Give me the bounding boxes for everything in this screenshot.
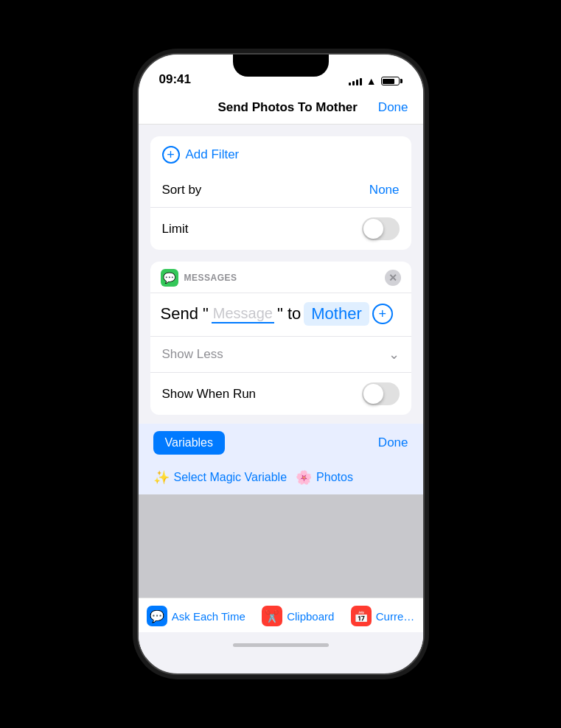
status-icons: ▲ (349, 75, 403, 87)
chevron-down-icon: ⌄ (388, 346, 400, 363)
wifi-icon: ▲ (366, 75, 377, 87)
recipient-token[interactable]: Mother (304, 302, 369, 326)
show-when-run-toggle[interactable] (362, 382, 400, 405)
sort-by-value: None (369, 183, 400, 197)
battery-icon (381, 77, 403, 85)
main-content: + Add Filter Sort by None Limit 💬 MESSAG… (139, 125, 423, 657)
clipboard-item[interactable]: ✂️ Clipboard (262, 606, 334, 626)
send-suffix: " to (277, 304, 301, 323)
nav-title: Send Photos To Mother (198, 100, 378, 115)
ask-each-time-icon: 💬 (147, 606, 167, 626)
show-less-label: Show Less (162, 347, 223, 362)
messages-label: MESSAGES (184, 273, 237, 283)
nav-done-button[interactable]: Done (378, 100, 408, 115)
add-recipient-button[interactable]: + (372, 304, 393, 324)
add-filter-icon: + (162, 146, 180, 164)
add-filter-label: Add Filter (186, 147, 240, 162)
clipboard-label: Clipboard (287, 610, 334, 623)
gray-content-area (139, 494, 423, 598)
photos-label: Photos (316, 471, 353, 484)
messages-close-button[interactable]: ✕ (385, 270, 401, 286)
variables-button[interactable]: Variables (153, 431, 226, 455)
show-less-row[interactable]: Show Less ⌄ (150, 337, 411, 373)
magic-variable-option[interactable]: ✨ Select Magic Variable (153, 469, 288, 486)
variable-options-row: ✨ Select Magic Variable 🌸 Photos (139, 462, 423, 494)
limit-row: Limit (150, 208, 411, 250)
messages-app-icon: 💬 (161, 269, 178, 287)
messages-header-left: 💬 MESSAGES (161, 269, 237, 287)
add-filter-row[interactable]: + Add Filter (150, 136, 411, 173)
ask-each-time-label: Ask Each Time (172, 610, 245, 623)
current-icon: 📅 (351, 606, 372, 626)
variables-bar: Variables Done (139, 424, 423, 462)
magic-variable-label: Select Magic Variable (174, 471, 288, 484)
filter-sort-card: + Add Filter Sort by None Limit (150, 136, 411, 250)
show-when-run-label: Show When Run (162, 387, 257, 402)
current-item[interactable]: 📅 Curre… (351, 606, 415, 626)
sort-by-label: Sort by (162, 183, 202, 197)
home-indicator (139, 632, 423, 657)
show-when-run-row: Show When Run (150, 373, 411, 415)
bottom-bar: 💬 Ask Each Time ✂️ Clipboard 📅 Curre… (139, 598, 423, 632)
ask-each-time-item[interactable]: 💬 Ask Each Time (147, 606, 245, 626)
messages-header: 💬 MESSAGES ✕ (150, 262, 411, 293)
limit-toggle-knob (363, 219, 383, 239)
send-message-row: Send " Message " to Mother + (150, 293, 411, 337)
limit-toggle[interactable] (362, 217, 400, 240)
nav-bar: Send Photos To Mother Done (139, 91, 423, 125)
messages-card: 💬 MESSAGES ✕ Send " Message " to Mother … (150, 262, 411, 415)
photos-icon: 🌸 (296, 469, 312, 486)
limit-label: Limit (162, 222, 189, 237)
variables-done-button[interactable]: Done (378, 435, 408, 450)
photos-variable-option[interactable]: 🌸 Photos (296, 469, 353, 486)
current-label: Curre… (376, 610, 415, 623)
home-bar (233, 643, 329, 647)
sort-by-row[interactable]: Sort by None (150, 173, 411, 208)
magic-variable-icon: ✨ (153, 469, 170, 486)
status-time: 09:41 (159, 72, 191, 87)
message-input[interactable]: Message (212, 305, 274, 323)
send-prefix: Send " (161, 304, 209, 323)
status-bar: 09:41 ▲ (139, 55, 423, 91)
signal-bars-icon (349, 77, 362, 85)
phone-frame: 09:41 ▲ Send Photos To Mother Done (137, 53, 425, 675)
message-placeholder: Message (213, 305, 273, 321)
show-when-run-toggle-knob (363, 384, 383, 404)
clipboard-icon: ✂️ (262, 606, 282, 626)
